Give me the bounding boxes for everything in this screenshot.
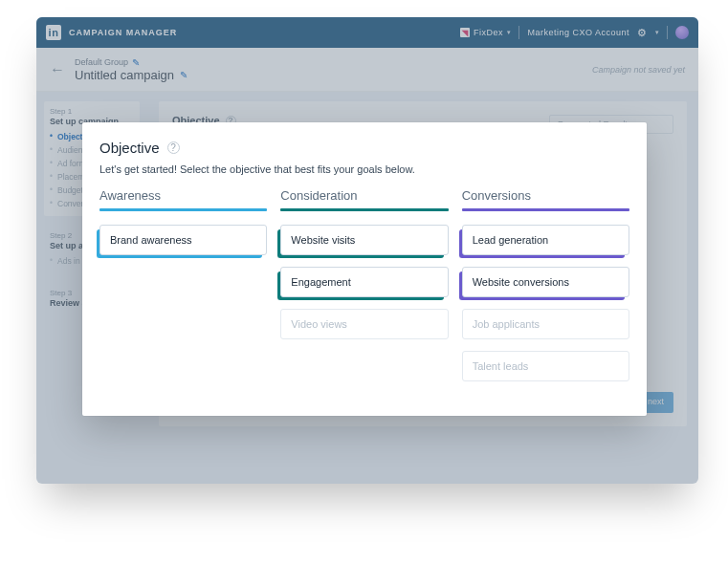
campaign-title[interactable]: Untitled campaign ✎ — [75, 68, 188, 82]
objective-job-applicants: Job applicants — [462, 309, 629, 339]
objective-video-views: Video views — [280, 309, 448, 339]
company-name: FixDex — [474, 28, 503, 37]
category-label: Conversions — [462, 188, 629, 208]
top-nav: in CAMPAIGN MANAGER ◥ FixDex ▾ Marketing… — [36, 17, 698, 48]
modal-title: Objective ? — [99, 140, 629, 156]
gear-icon[interactable]: ⚙ — [637, 27, 648, 39]
avatar[interactable] — [675, 26, 689, 39]
column-awareness: Awareness Brand awareness — [99, 188, 267, 393]
chevron-down-icon: ▾ — [507, 29, 512, 36]
category-bar — [462, 208, 629, 211]
breadcrumb[interactable]: Default Group ✎ — [75, 57, 188, 68]
back-arrow-icon[interactable]: ← — [50, 61, 65, 78]
objective-lead-generation[interactable]: Lead generation — [462, 225, 629, 255]
column-consideration: Consideration Website visits Engagement … — [280, 188, 448, 393]
help-icon[interactable]: ? — [167, 141, 180, 154]
objective-talent-leads: Talent leads — [462, 351, 629, 381]
objective-brand-awareness[interactable]: Brand awareness — [99, 225, 267, 255]
objective-modal: Objective ? Let's get started! Select th… — [82, 122, 647, 416]
chevron-down-icon: ▾ — [655, 29, 660, 36]
account-switcher[interactable]: ◥ FixDex ▾ Marketing CXO Account ⚙ ▾ — [460, 26, 689, 39]
objective-engagement[interactable]: Engagement — [280, 267, 448, 297]
page-header: ← Default Group ✎ Untitled campaign ✎ Ca… — [36, 48, 698, 92]
objective-website-visits[interactable]: Website visits — [280, 225, 448, 255]
pencil-icon[interactable]: ✎ — [180, 70, 188, 80]
category-label: Awareness — [99, 188, 267, 208]
save-status: Campaign not saved yet — [592, 65, 685, 75]
category-bar — [99, 208, 267, 211]
pencil-icon[interactable]: ✎ — [132, 57, 140, 68]
modal-subtitle: Let's get started! Select the objective … — [99, 163, 629, 175]
objective-website-conversions[interactable]: Website conversions — [462, 267, 629, 297]
linkedin-logo-icon: in — [46, 25, 61, 40]
category-label: Consideration — [280, 188, 448, 208]
category-bar — [280, 208, 448, 211]
company-icon: ◥ — [460, 28, 470, 37]
column-conversions: Conversions Lead generation Website conv… — [462, 188, 629, 393]
app-brand: CAMPAIGN MANAGER — [69, 28, 177, 37]
account-name: Marketing CXO Account — [527, 28, 629, 37]
